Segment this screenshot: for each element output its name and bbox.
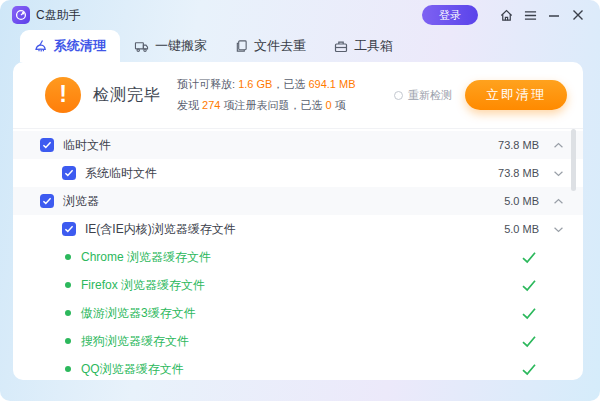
scrollbar-thumb[interactable] bbox=[571, 129, 576, 191]
app-title: C盘助手 bbox=[36, 7, 81, 24]
bullet-dot-icon bbox=[65, 366, 71, 372]
recheck-ring-icon bbox=[394, 91, 403, 100]
item-label: 搜狗浏览器缓存文件 bbox=[81, 333, 189, 350]
broom-icon bbox=[34, 39, 48, 53]
summary-text-segment: 发现 bbox=[177, 99, 202, 111]
item-size: 5.0 MB bbox=[504, 223, 539, 235]
toolbox-icon bbox=[334, 40, 348, 53]
login-button[interactable]: 登录 bbox=[422, 5, 478, 25]
cleanup-list: 临时文件73.8 MB 系统临时文件73.8 MB 浏览器5.0 MB IE(含… bbox=[13, 128, 583, 380]
cleaned-item-row[interactable]: 傲游浏览器3缓存文件 bbox=[13, 299, 583, 327]
chevron-up-icon bbox=[553, 142, 564, 149]
item-label: Firefox 浏览器缓存文件 bbox=[81, 277, 205, 294]
checkbox-checked[interactable] bbox=[62, 166, 76, 180]
bullet-dot-icon bbox=[65, 310, 71, 316]
cleaned-item-row[interactable]: 搜狗浏览器缓存文件 bbox=[13, 327, 583, 355]
done-check-icon bbox=[521, 335, 537, 348]
cleaned-item-row[interactable]: Chrome 浏览器缓存文件 bbox=[13, 243, 583, 271]
summary-text-segment: 预计可释放: bbox=[177, 78, 238, 90]
toolbox-icon bbox=[334, 40, 348, 53]
summary-text-segment: 1.6 GB bbox=[238, 78, 272, 90]
item-size: 73.8 MB bbox=[498, 167, 539, 179]
item-label: Chrome 浏览器缓存文件 bbox=[81, 249, 211, 266]
tab-label: 工具箱 bbox=[354, 37, 393, 55]
chevron-up-icon bbox=[553, 170, 564, 177]
item-size: 73.8 MB bbox=[498, 139, 539, 151]
item-label: 系统临时文件 bbox=[85, 165, 157, 182]
item-label: 傲游浏览器3缓存文件 bbox=[81, 305, 196, 322]
tab-2[interactable]: 一键搬家 bbox=[120, 30, 221, 62]
menu-icon[interactable] bbox=[518, 4, 542, 26]
chevron-up-icon bbox=[553, 226, 564, 233]
checkbox-check-icon bbox=[64, 169, 74, 177]
done-check-icon bbox=[521, 251, 537, 264]
bullet-dot-icon bbox=[65, 254, 71, 260]
scan-status-lines: 预计可释放: 1.6 GB，已选 694.1 MB 发现 274 项注册表问题，… bbox=[177, 77, 356, 113]
done-check-icon bbox=[521, 363, 537, 376]
cleanup-item-row[interactable]: 浏览器5.0 MB bbox=[13, 187, 583, 215]
cleaned-item-row[interactable]: QQ浏览器缓存文件 bbox=[13, 355, 583, 380]
recheck-button[interactable]: 重新检测 bbox=[394, 88, 452, 103]
cleanup-item-row[interactable]: 临时文件73.8 MB bbox=[13, 131, 583, 159]
chevron-down-icon[interactable] bbox=[551, 226, 565, 233]
done-check-icon bbox=[521, 279, 537, 292]
summary-text-segment: 274 bbox=[202, 99, 220, 111]
item-label: 浏览器 bbox=[63, 193, 99, 210]
truck-icon bbox=[134, 40, 149, 53]
tab-label: 文件去重 bbox=[254, 37, 306, 55]
cleanup-item-row[interactable]: 系统临时文件73.8 MB bbox=[13, 159, 583, 187]
main-panel: ! 检测完毕 预计可释放: 1.6 GB，已选 694.1 MB 发现 274 … bbox=[13, 62, 583, 380]
tab-3[interactable]: 文件去重 bbox=[221, 30, 320, 62]
titlebar: C盘助手 登录 bbox=[0, 0, 600, 30]
item-label: IE(含IE内核)浏览器缓存文件 bbox=[85, 221, 236, 238]
bullet-dot-icon bbox=[65, 282, 71, 288]
chevron-down-icon[interactable] bbox=[551, 170, 565, 177]
tab-1[interactable]: 系统清理 bbox=[20, 30, 120, 62]
copy-icon bbox=[235, 39, 248, 53]
summary-text-segment: 694.1 MB bbox=[308, 78, 355, 90]
checkbox-checked[interactable] bbox=[62, 222, 76, 236]
done-check-icon bbox=[521, 251, 537, 264]
app-window: C盘助手 登录 系统清理 bbox=[0, 0, 600, 401]
checkbox-checked[interactable] bbox=[40, 138, 54, 152]
scan-status-title: 检测完毕 bbox=[93, 85, 161, 106]
checkbox-check-icon bbox=[42, 197, 52, 205]
summary-text-segment: 项 bbox=[332, 99, 346, 111]
bullet-dot-icon bbox=[65, 338, 71, 344]
done-check-icon bbox=[521, 307, 537, 320]
item-size: 5.0 MB bbox=[504, 195, 539, 207]
broom-icon bbox=[34, 39, 48, 53]
alert-exclamation-icon: ! bbox=[45, 77, 81, 113]
minimize-icon[interactable] bbox=[542, 4, 566, 26]
done-check-icon bbox=[521, 279, 537, 292]
chevron-up-icon[interactable] bbox=[551, 198, 565, 205]
done-check-icon bbox=[521, 307, 537, 320]
scan-summary: ! 检测完毕 预计可释放: 1.6 GB，已选 694.1 MB 发现 274 … bbox=[13, 62, 583, 128]
tab-4[interactable]: 工具箱 bbox=[320, 30, 407, 62]
checkbox-checked[interactable] bbox=[40, 194, 54, 208]
truck-icon bbox=[134, 40, 149, 53]
app-logo-icon bbox=[12, 6, 30, 24]
checkbox-check-icon bbox=[64, 225, 74, 233]
cleanup-item-row[interactable]: IE(含IE内核)浏览器缓存文件5.0 MB bbox=[13, 215, 583, 243]
close-icon[interactable] bbox=[566, 4, 590, 26]
summary-text-segment: ，已选 bbox=[272, 78, 308, 90]
item-label: 临时文件 bbox=[63, 137, 111, 154]
cleaned-item-row[interactable]: Firefox 浏览器缓存文件 bbox=[13, 271, 583, 299]
chevron-up-icon bbox=[553, 198, 564, 205]
checkbox-check-icon bbox=[42, 141, 52, 149]
done-check-icon bbox=[521, 363, 537, 376]
tab-bar: 系统清理 一键搬家 文件去重 工具箱 bbox=[0, 30, 600, 62]
registry-line: 发现 274 项注册表问题，已选 0 项 bbox=[177, 98, 356, 113]
tab-label: 一键搬家 bbox=[155, 37, 207, 55]
done-check-icon bbox=[521, 335, 537, 348]
chevron-up-icon[interactable] bbox=[551, 142, 565, 149]
copy-icon bbox=[235, 39, 248, 53]
releasable-line: 预计可释放: 1.6 GB，已选 694.1 MB bbox=[177, 77, 356, 92]
tab-label: 系统清理 bbox=[54, 37, 106, 55]
home-icon[interactable] bbox=[494, 4, 518, 26]
clean-now-button[interactable]: 立即清理 bbox=[465, 80, 567, 110]
summary-text-segment: 项注册表问题，已选 bbox=[220, 99, 325, 111]
item-label: QQ浏览器缓存文件 bbox=[81, 361, 184, 378]
